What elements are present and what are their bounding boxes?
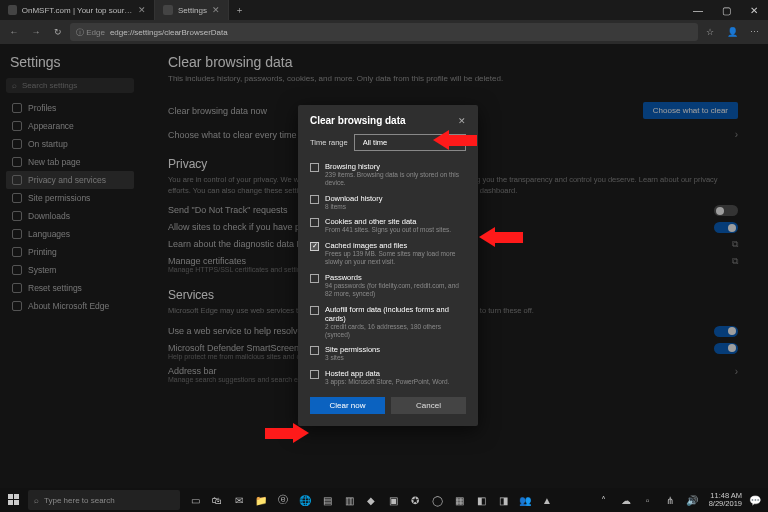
volume-icon[interactable]: 🔊 [683,491,701,509]
teams-icon[interactable]: 👥 [516,491,534,509]
clear-option-row: Passwords94 passwords (for fidelity.com,… [310,270,466,302]
window-controls: — ▢ ✕ [684,0,768,20]
clear-option-label: Passwords [325,273,466,282]
app-icon[interactable]: ▦ [450,491,468,509]
tab-strip: OnMSFT.com | Your top source fo... ✕ Set… [0,0,684,20]
clear-option-row: ✓Cached images and filesFrees up 139 MB.… [310,238,466,270]
titlebar: OnMSFT.com | Your top source fo... ✕ Set… [0,0,768,20]
app-icon[interactable]: ▣ [384,491,402,509]
menu-button[interactable]: ⋯ [744,22,764,42]
svg-rect-2 [8,500,13,505]
forward-button[interactable]: → [26,22,46,42]
explorer-icon[interactable]: 📁 [252,491,270,509]
clear-option-row: Site permissions3 sites [310,342,466,365]
store-icon[interactable]: 🛍 [208,491,226,509]
clear-option-hint: 239 items. Browsing data is only stored … [325,171,466,188]
clear-option-checkbox[interactable] [310,218,319,227]
action-center-icon[interactable]: 💬 [746,491,764,509]
app-icon[interactable]: ▥ [340,491,358,509]
task-view-icon[interactable]: ▭ [186,491,204,509]
close-tab-icon[interactable]: ✕ [212,5,220,15]
clock-date: 8/29/2019 [709,500,742,508]
clear-browsing-data-dialog: Clear browsing data ✕ Time range All tim… [298,105,478,426]
annotation-arrow [495,232,523,243]
new-tab-button[interactable]: ＋ [229,0,251,20]
taskbar-search[interactable]: ⌕ Type here to search [28,490,180,510]
mail-icon[interactable]: ✉ [230,491,248,509]
clear-option-checkbox[interactable] [310,195,319,204]
profile-button[interactable]: 👤 [722,22,742,42]
close-window-button[interactable]: ✕ [740,0,768,20]
taskbar-search-placeholder: Type here to search [44,496,115,505]
clear-option-hint: 94 passwords (for fidelity.com, reddit.c… [325,282,466,299]
clear-option-checkbox[interactable]: ✓ [310,242,319,251]
clear-option-checkbox[interactable] [310,163,319,172]
clear-option-hint: 3 sites [325,354,380,362]
url-text: edge://settings/clearBrowserData [110,28,228,37]
clear-option-label: Autofill form data (includes forms and c… [325,305,466,323]
tab-onmsft[interactable]: OnMSFT.com | Your top source fo... ✕ [0,0,155,20]
back-button[interactable]: ← [4,22,24,42]
clear-option-label: Cookies and other site data [325,217,451,226]
onedrive-icon[interactable]: ☁ [617,491,635,509]
maximize-button[interactable]: ▢ [712,0,740,20]
address-bar[interactable]: ⓘ Edge edge://settings/clearBrowserData [70,23,698,41]
app-icon[interactable]: ◨ [494,491,512,509]
taskbar-clock[interactable]: 11:48 AM 8/29/2019 [709,492,742,509]
app-icon[interactable]: ◧ [472,491,490,509]
time-range-label: Time range [310,138,348,147]
close-tab-icon[interactable]: ✕ [138,5,146,15]
clear-option-hint: 3 apps: Microsoft Store, PowerPoint, Wor… [325,378,450,386]
dialog-title: Clear browsing data [310,115,406,126]
annotation-arrow [265,428,293,439]
site-identity-icon: ⓘ Edge [76,27,105,38]
edge-icon[interactable]: 🌐 [296,491,314,509]
clear-option-row: Cookies and other site dataFrom 441 site… [310,214,466,237]
clear-option-label: Download history [325,194,383,203]
clear-option-hint: From 441 sites. Signs you out of most si… [325,226,451,234]
edge-legacy-icon[interactable]: ⓔ [274,491,292,509]
clear-option-checkbox[interactable] [310,370,319,379]
taskbar-apps: ▭ 🛍 ✉ 📁 ⓔ 🌐 ▤ ▥ ◆ ▣ ✪ ◯ ▦ ◧ ◨ 👥 ▲ [186,491,556,509]
clear-option-checkbox[interactable] [310,274,319,283]
clear-option-hint: Frees up 139 MB. Some sites may load mor… [325,250,466,267]
app-icon[interactable]: ◆ [362,491,380,509]
tray-overflow-icon[interactable]: ˄ [595,491,613,509]
annotation-arrow-head [293,423,309,443]
app-icon[interactable]: ▤ [318,491,336,509]
clear-option-label: Browsing history [325,162,466,171]
cancel-button[interactable]: Cancel [391,397,466,414]
xbox-icon[interactable]: ✪ [406,491,424,509]
clear-option-row: Browsing history239 items. Browsing data… [310,159,466,191]
annotation-arrow-head [479,227,495,247]
svg-rect-3 [14,500,19,505]
clear-option-hint: 2 credit cards, 16 addresses, 180 others… [325,323,466,340]
tab-title: OnMSFT.com | Your top source fo... [22,6,133,15]
dialog-close-button[interactable]: ✕ [458,116,466,126]
clear-option-row: Autofill form data (includes forms and c… [310,302,466,343]
windows-taskbar: ⌕ Type here to search ▭ 🛍 ✉ 📁 ⓔ 🌐 ▤ ▥ ◆ … [0,488,768,512]
tab-settings[interactable]: Settings ✕ [155,0,229,20]
start-button[interactable] [0,494,28,506]
system-tray: ˄ ☁ ▫ ⋔ 🔊 11:48 AM 8/29/2019 💬 [595,491,768,509]
clear-now-button[interactable]: Clear now [310,397,385,414]
clear-option-label: Cached images and files [325,241,466,250]
annotation-arrow [449,135,477,146]
favicon [8,5,17,15]
clear-option-checkbox[interactable] [310,346,319,355]
app-icon[interactable]: ▲ [538,491,556,509]
annotation-arrow-head [433,130,449,150]
wifi-icon[interactable]: ⋔ [661,491,679,509]
svg-rect-1 [14,494,19,499]
clear-option-checkbox[interactable] [310,306,319,315]
tray-icon[interactable]: ▫ [639,491,657,509]
search-icon: ⌕ [34,496,39,505]
tab-title: Settings [178,6,207,15]
reload-button[interactable]: ↻ [48,22,68,42]
favorites-button[interactable]: ☆ [700,22,720,42]
minimize-button[interactable]: — [684,0,712,20]
clear-option-row: Download history8 items [310,191,466,214]
clear-option-hint: 8 items [325,203,383,211]
clear-option-label: Hosted app data [325,369,450,378]
cortana-icon[interactable]: ◯ [428,491,446,509]
